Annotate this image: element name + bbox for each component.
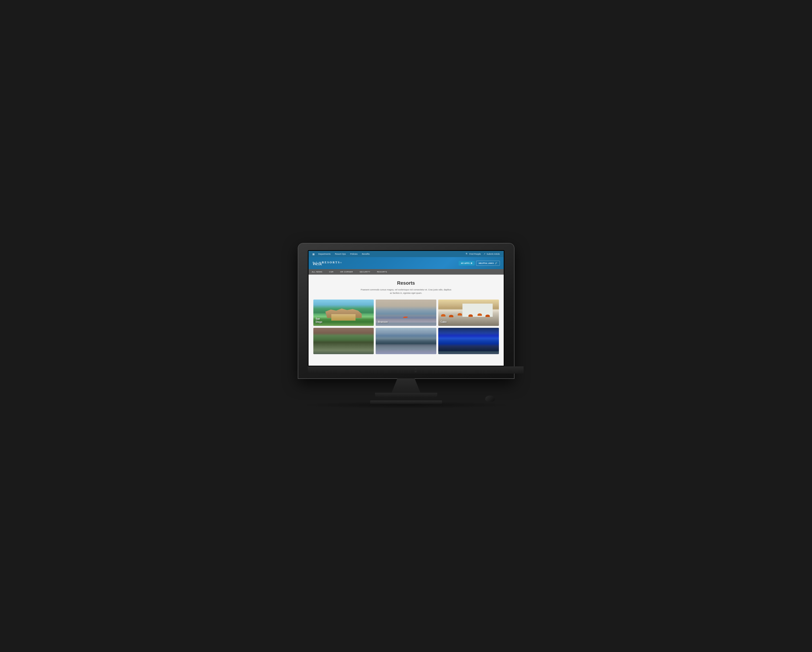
nav-security[interactable]: SECURITY — [356, 269, 374, 274]
nav-policies[interactable]: Policies — [348, 252, 360, 256]
resort-card-row2-2[interactable] — [375, 328, 437, 354]
helpful-links-label: HELPFUL LINKS — [479, 262, 494, 264]
resort-name-line2: Diego — [316, 321, 322, 323]
site-nav: ALL NEWS CSR HR CORNER SECURITY RESORTS — [308, 269, 504, 274]
logo-script: Welk — [312, 260, 322, 267]
top-nav-right: 🔍 Find People ↗ Submit Article — [466, 253, 500, 255]
page-title: Resorts — [313, 280, 499, 286]
logo-resorts: RESORTS — [322, 261, 340, 264]
page-desc-line2: ac facilisis in, egestas eget quam. — [390, 292, 422, 294]
resort-card-san-diego[interactable]: San Diego — [313, 300, 374, 326]
logo-registered: ® — [340, 262, 342, 264]
resort-card-branson[interactable]: Branson — [375, 300, 437, 326]
apps-icon: ⊞ — [471, 262, 472, 264]
nav-resort-ops[interactable]: Resort Ops — [333, 252, 348, 256]
top-bar: ▦ Departments Resort Ops Policies Benefi… — [308, 251, 504, 257]
monitor-stand-base — [375, 393, 437, 398]
logo-text: WelkRESORTS® — [312, 260, 342, 267]
nav-hr-corner[interactable]: HR CORNER — [337, 269, 356, 274]
header-buttons: MY APPS ⊞ HELPFUL LINKS 🔗 — [459, 261, 500, 267]
resort-name-line1: San — [316, 317, 320, 320]
page-desc-line1: Praesent commodo cursus magna, vel scele… — [360, 288, 451, 291]
monitor-stand-neck — [392, 378, 421, 393]
submit-icon: ↗ — [484, 253, 485, 255]
site-main: Resorts Praesent commodo cursus magna, v… — [308, 274, 504, 366]
nav-csr[interactable]: CSR — [326, 269, 337, 274]
monitor-screen: ▦ Departments Resort Ops Policies Benefi… — [308, 250, 504, 366]
resort-grid: San Diego Branson — [313, 300, 499, 354]
resort-card-row2-3[interactable] — [438, 328, 499, 354]
nav-departments[interactable]: Departments — [316, 252, 333, 256]
nav-resorts[interactable]: RESORTS — [374, 269, 390, 274]
search-icon: 🔍 — [466, 253, 468, 255]
logo: WelkRESORTS® — [312, 260, 342, 267]
my-apps-button[interactable]: MY APPS ⊞ — [459, 261, 475, 265]
find-people-action[interactable]: 🔍 Find People — [466, 253, 481, 255]
site-header: WelkRESORTS® MY APPS ⊞ HELPFUL LINKS 🔗 — [308, 257, 504, 269]
resort-label-san-diego: San Diego — [316, 317, 322, 323]
nav-icon: ▦ — [312, 253, 314, 256]
resort-card-cabo[interactable]: Cabo — [438, 300, 499, 326]
page-description: Praesent commodo cursus magna, vel scele… — [313, 288, 499, 295]
submit-article-label: Submit Article — [487, 253, 500, 255]
link-icon: 🔗 — [495, 262, 497, 264]
find-people-label: Find People — [469, 253, 481, 255]
resort-label-branson: Branson — [378, 320, 388, 323]
submit-article-action[interactable]: ↗ Submit Article — [484, 253, 500, 255]
nav-all-news[interactable]: ALL NEWS — [308, 269, 326, 274]
resort-label-cabo: Cabo — [441, 320, 447, 323]
apple-logo:  — [415, 367, 417, 373]
keyboard — [370, 401, 442, 404]
mouse — [485, 396, 495, 402]
resort-card-row2-1[interactable] — [313, 328, 374, 354]
my-apps-label: MY APPS — [461, 262, 470, 264]
helpful-links-button[interactable]: HELPFUL LINKS 🔗 — [476, 261, 500, 266]
accessories-row — [298, 399, 514, 404]
nav-benefits[interactable]: Benefits — [360, 252, 372, 256]
monitor-chin:  — [308, 366, 524, 373]
top-nav-left: ▦ Departments Resort Ops Policies Benefi… — [312, 252, 372, 256]
